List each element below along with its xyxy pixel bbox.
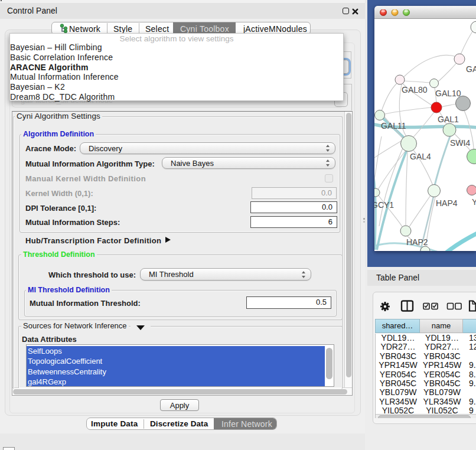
svg-text:GAL: GAL <box>466 64 476 74</box>
svg-text:GAL4: GAL4 <box>410 152 431 161</box>
svg-text:HAP2: HAP2 <box>406 237 428 247</box>
svg-text:GAL80: GAL80 <box>402 85 428 94</box>
svg-text:GCY1: GCY1 <box>374 200 394 210</box>
svg-text:Y: Y <box>472 197 476 207</box>
svg-text:HAP4: HAP4 <box>436 198 458 208</box>
svg-text:GAL10: GAL10 <box>435 89 461 98</box>
svg-text:SWI4: SWI4 <box>450 138 470 148</box>
svg-text:GAL11: GAL11 <box>381 121 406 131</box>
svg-text:GAL1: GAL1 <box>438 115 459 124</box>
